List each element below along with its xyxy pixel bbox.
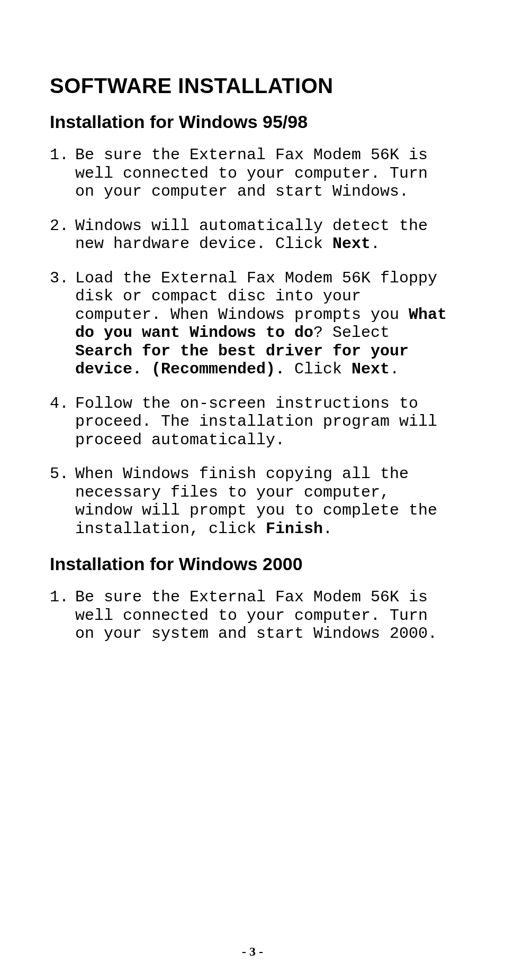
text-run: .: [390, 360, 399, 378]
list-item: Load the External Fax Modem 56K floppy d…: [50, 269, 455, 379]
list-item: Follow the on-screen instructions to pro…: [50, 395, 455, 450]
text-run: Next: [332, 235, 371, 253]
section-b-list: Be sure the External Fax Modem 56K is we…: [50, 588, 455, 643]
text-run: Follow the on-screen instructions to pro…: [75, 395, 437, 449]
page-number: - 3 -: [0, 945, 505, 959]
text-run: Finish: [266, 520, 323, 538]
list-item: Windows will automatically detect the ne…: [50, 217, 455, 253]
list-item: When Windows finish copying all the nece…: [50, 465, 455, 538]
text-run: Click: [285, 360, 351, 378]
text-run: .: [371, 235, 380, 253]
list-item: Be sure the External Fax Modem 56K is we…: [50, 588, 455, 643]
text-run: When Windows finish copying all the nece…: [75, 465, 437, 538]
text-run: .: [323, 520, 332, 538]
main-heading: SOFTWARE INSTALLATION: [50, 74, 455, 98]
text-run: Be sure the External Fax Modem 56K is we…: [75, 588, 437, 643]
list-item: Be sure the External Fax Modem 56K is we…: [50, 146, 455, 201]
section-a-heading: Installation for Windows 95/98: [50, 112, 455, 132]
text-run: Load the External Fax Modem 56K floppy d…: [75, 269, 437, 324]
section-b-heading: Installation for Windows 2000: [50, 554, 455, 574]
text-run: Be sure the External Fax Modem 56K is we…: [75, 146, 428, 200]
section-a-list: Be sure the External Fax Modem 56K is we…: [50, 146, 455, 538]
text-run: ? Select: [313, 324, 390, 342]
text-run: Next: [351, 360, 390, 378]
